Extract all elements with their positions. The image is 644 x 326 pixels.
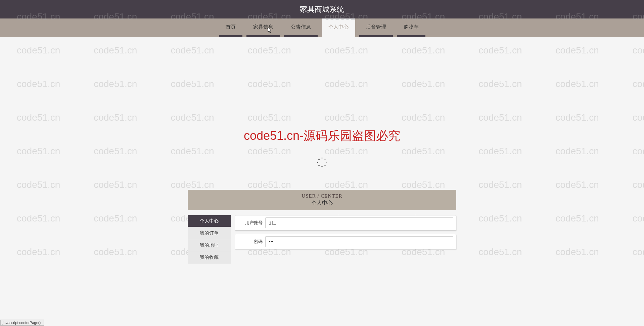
watermark-text: code51.cn [385,134,462,168]
form-label-1: 密码 [235,239,265,245]
watermark-text: code51.cn [539,235,616,269]
watermark-text: code51.cn [616,134,644,168]
main-content: USER / CENTER 个人中心 个人中心我的订单我的地址我的收藏 用户账号… [188,190,456,263]
browser-status-bar: javascript:centerPage(); [0,320,44,326]
section-title-cn: 个人中心 [311,200,333,207]
watermark-text: code51.cn [154,34,231,67]
nav-item-2[interactable]: 公告信息 [284,18,318,37]
watermark-text: code51.cn [385,67,462,101]
form-row-0: 用户账号 [235,215,456,231]
watermark-text: code51.cn [539,134,616,168]
watermark-text: code51.cn [154,134,231,168]
nav-item-5[interactable]: 购物车 [397,18,425,37]
watermark-text: code51.cn [539,168,616,202]
svg-point-4 [321,166,323,167]
sidebar-item-1[interactable]: 我的订单 [188,227,231,239]
watermark-text: code51.cn [616,235,644,269]
watermark-text: code51.cn [231,101,308,134]
user-sidebar: 个人中心我的订单我的地址我的收藏 [188,215,231,263]
nav-item-4[interactable]: 后台管理 [359,18,393,37]
watermark-text: code51.cn [385,34,462,67]
watermark-text: code51.cn [0,67,77,101]
watermark-banner: code51.cn-源码乐园盗图必究 [244,128,400,144]
watermark-text: code51.cn [462,235,539,269]
watermark-text: code51.cn [385,101,462,134]
watermark-text: code51.cn [0,134,77,168]
watermark-text: code51.cn [77,235,154,269]
watermark-text: code51.cn [0,34,77,67]
section-title-en: USER / CENTER [302,193,342,199]
watermark-text: code51.cn [231,34,308,67]
svg-point-0 [321,157,323,159]
watermark-text: code51.cn [539,67,616,101]
watermark-text: code51.cn [154,67,231,101]
form-input-0[interactable] [265,217,453,228]
form-panel: 用户账号密码 [235,215,456,263]
nav-item-1[interactable]: 家具信息 [246,18,280,37]
watermark-text: code51.cn [77,101,154,134]
sidebar-item-0[interactable]: 个人中心 [188,215,231,227]
watermark-text: code51.cn [0,168,77,202]
watermark-text: code51.cn [77,67,154,101]
main-nav: 首页家具信息公告信息个人中心后台管理购物车 [0,18,644,37]
watermark-text: code51.cn [0,235,77,269]
watermark-text: code51.cn [231,134,308,168]
svg-point-5 [318,165,320,166]
watermark-text: code51.cn [616,34,644,67]
watermark-text: code51.cn [77,168,154,202]
watermark-text: code51.cn [77,202,154,235]
watermark-text: code51.cn [462,202,539,235]
svg-point-7 [318,159,320,160]
watermark-text: code51.cn [462,34,539,67]
watermark-text: code51.cn [0,202,77,235]
watermark-text: code51.cn [616,67,644,101]
form-row-1: 密码 [235,234,456,249]
watermark-text: code51.cn [616,168,644,202]
watermark-text: code51.cn [616,101,644,134]
watermark-text: code51.cn [77,34,154,67]
watermark-text: code51.cn [231,67,308,101]
form-input-1[interactable] [265,236,453,247]
nav-item-0[interactable]: 首页 [219,18,242,37]
watermark-text: code51.cn [308,34,385,67]
svg-point-2 [326,162,327,163]
watermark-text: code51.cn [154,101,231,134]
nav-item-3[interactable]: 个人中心 [322,18,355,37]
svg-point-6 [317,162,318,163]
svg-point-1 [324,159,326,160]
section-header: USER / CENTER 个人中心 [188,190,456,210]
watermark-text: code51.cn [462,101,539,134]
form-label-0: 用户账号 [235,220,265,226]
header-bar: 家具商城系统 [0,0,644,18]
watermark-text: code51.cn [462,134,539,168]
sidebar-item-3[interactable]: 我的收藏 [188,251,231,263]
watermark-text: code51.cn [308,67,385,101]
watermark-text: code51.cn [539,202,616,235]
watermark-text: code51.cn [308,101,385,134]
loading-spinner-icon [317,157,327,169]
watermark-text: code51.cn [77,134,154,168]
watermark-text: code51.cn [0,101,77,134]
watermark-text: code51.cn [308,134,385,168]
watermark-text: code51.cn [462,67,539,101]
watermark-text: code51.cn [616,202,644,235]
watermark-layer: code51.cncode51.cncode51.cncode51.cncode… [0,0,644,326]
watermark-text: code51.cn [539,34,616,67]
watermark-text: code51.cn [539,101,616,134]
sidebar-item-2[interactable]: 我的地址 [188,239,231,251]
svg-point-3 [324,165,326,166]
site-title: 家具商城系统 [300,4,344,14]
watermark-text: code51.cn [462,168,539,202]
